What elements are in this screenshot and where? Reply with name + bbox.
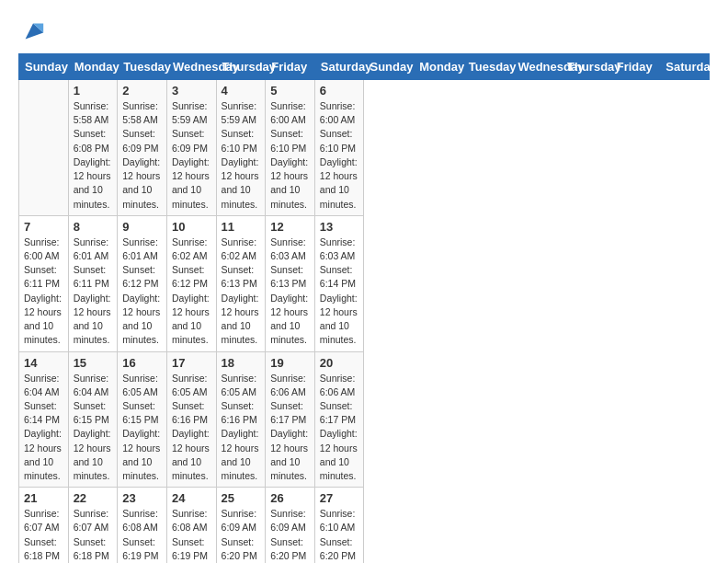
calendar-cell: 1Sunrise: 5:58 AMSunset: 6:08 PMDaylight…: [68, 80, 118, 216]
day-info: Sunrise: 6:08 AMSunset: 6:19 PMDaylight:…: [122, 507, 162, 563]
calendar-cell: 5Sunrise: 6:00 AMSunset: 6:10 PMDaylight…: [266, 80, 315, 216]
day-info: Sunrise: 5:59 AMSunset: 6:10 PMDaylight:…: [222, 99, 261, 212]
day-info: Sunrise: 6:00 AMSunset: 6:11 PMDaylight:…: [24, 236, 63, 348]
day-number: 19: [270, 356, 310, 370]
calendar-day-header: Saturday: [314, 54, 364, 80]
day-number: 26: [270, 491, 310, 505]
calendar-week-row: 1Sunrise: 5:58 AMSunset: 6:08 PMDaylight…: [19, 80, 710, 216]
calendar-week-row: 7Sunrise: 6:00 AMSunset: 6:11 PMDaylight…: [19, 215, 710, 351]
day-info: Sunrise: 6:00 AMSunset: 6:10 PMDaylight:…: [270, 99, 310, 212]
day-info: Sunrise: 6:07 AMSunset: 6:18 PMDaylight:…: [24, 507, 63, 563]
day-number: 14: [24, 356, 63, 370]
day-number: 5: [270, 84, 310, 98]
calendar-cell: 13Sunrise: 6:03 AMSunset: 6:14 PMDayligh…: [314, 215, 364, 351]
day-number: 6: [320, 84, 359, 98]
day-info: Sunrise: 6:01 AMSunset: 6:12 PMDaylight:…: [122, 236, 162, 348]
calendar-day-header: Wednesday: [512, 54, 562, 80]
calendar-cell: 17Sunrise: 6:05 AMSunset: 6:16 PMDayligh…: [166, 351, 216, 488]
day-number: 12: [270, 220, 310, 234]
calendar-day-header: Thursday: [562, 54, 611, 80]
page-header: [18, 18, 710, 44]
day-info: Sunrise: 6:02 AMSunset: 6:12 PMDaylight:…: [172, 236, 211, 348]
day-info: Sunrise: 5:59 AMSunset: 6:09 PMDaylight:…: [172, 99, 211, 212]
calendar-day-header: Saturday: [660, 54, 710, 80]
calendar-cell: 2Sunrise: 5:58 AMSunset: 6:09 PMDaylight…: [118, 80, 167, 216]
day-number: 10: [172, 220, 211, 234]
calendar-day-header: Sunday: [364, 54, 414, 80]
day-number: 23: [122, 491, 162, 505]
day-info: Sunrise: 6:10 AMSunset: 6:20 PMDaylight:…: [320, 507, 359, 563]
day-info: Sunrise: 6:05 AMSunset: 6:16 PMDaylight:…: [172, 372, 211, 484]
calendar-cell: 3Sunrise: 5:59 AMSunset: 6:09 PMDaylight…: [166, 80, 216, 216]
calendar-week-row: 21Sunrise: 6:07 AMSunset: 6:18 PMDayligh…: [19, 488, 710, 563]
day-number: 20: [320, 356, 359, 370]
calendar-cell: 18Sunrise: 6:05 AMSunset: 6:16 PMDayligh…: [216, 351, 266, 488]
day-info: Sunrise: 6:04 AMSunset: 6:14 PMDaylight:…: [24, 372, 63, 484]
day-info: Sunrise: 5:58 AMSunset: 6:08 PMDaylight:…: [74, 99, 113, 212]
day-info: Sunrise: 6:09 AMSunset: 6:20 PMDaylight:…: [222, 507, 261, 563]
calendar-cell: 25Sunrise: 6:09 AMSunset: 6:20 PMDayligh…: [216, 488, 266, 563]
calendar-cell: 20Sunrise: 6:06 AMSunset: 6:17 PMDayligh…: [314, 351, 364, 488]
day-info: Sunrise: 6:03 AMSunset: 6:14 PMDaylight:…: [320, 236, 359, 348]
day-number: 21: [24, 491, 63, 505]
calendar-cell: 26Sunrise: 6:09 AMSunset: 6:20 PMDayligh…: [266, 488, 315, 563]
calendar-cell: 8Sunrise: 6:01 AMSunset: 6:11 PMDaylight…: [68, 215, 118, 351]
calendar-day-header: Tuesday: [462, 54, 512, 80]
logo-icon: [20, 18, 46, 44]
calendar-table: SundayMondayTuesdayWednesdayThursdayFrid…: [18, 53, 710, 563]
calendar-day-header: Tuesday: [118, 54, 167, 80]
day-info: Sunrise: 6:02 AMSunset: 6:13 PMDaylight:…: [222, 236, 261, 348]
calendar-cell: 22Sunrise: 6:07 AMSunset: 6:18 PMDayligh…: [68, 488, 118, 563]
day-info: Sunrise: 6:06 AMSunset: 6:17 PMDaylight:…: [320, 372, 359, 484]
day-number: 8: [74, 220, 113, 234]
calendar-cell: [19, 80, 69, 216]
day-number: 4: [222, 84, 261, 98]
calendar-day-header: Sunday: [19, 54, 69, 80]
calendar-day-header: Monday: [68, 54, 118, 80]
day-info: Sunrise: 6:05 AMSunset: 6:16 PMDaylight:…: [222, 372, 261, 484]
day-info: Sunrise: 6:05 AMSunset: 6:15 PMDaylight:…: [122, 372, 162, 484]
day-number: 24: [172, 491, 211, 505]
day-number: 27: [320, 491, 359, 505]
day-number: 13: [320, 220, 359, 234]
calendar-cell: 23Sunrise: 6:08 AMSunset: 6:19 PMDayligh…: [118, 488, 167, 563]
calendar-cell: 19Sunrise: 6:06 AMSunset: 6:17 PMDayligh…: [266, 351, 315, 488]
calendar-cell: 21Sunrise: 6:07 AMSunset: 6:18 PMDayligh…: [19, 488, 69, 563]
day-info: Sunrise: 6:07 AMSunset: 6:18 PMDaylight:…: [74, 507, 113, 563]
day-number: 11: [222, 220, 261, 234]
calendar-day-header: Friday: [610, 54, 660, 80]
calendar-cell: 27Sunrise: 6:10 AMSunset: 6:20 PMDayligh…: [314, 488, 364, 563]
day-number: 18: [222, 356, 261, 370]
day-number: 9: [122, 220, 162, 234]
day-number: 3: [172, 84, 211, 98]
day-number: 22: [74, 491, 113, 505]
calendar-cell: 15Sunrise: 6:04 AMSunset: 6:15 PMDayligh…: [68, 351, 118, 488]
calendar-cell: 6Sunrise: 6:00 AMSunset: 6:10 PMDaylight…: [314, 80, 364, 216]
day-info: Sunrise: 6:01 AMSunset: 6:11 PMDaylight:…: [74, 236, 113, 348]
calendar-cell: 24Sunrise: 6:08 AMSunset: 6:19 PMDayligh…: [166, 488, 216, 563]
calendar-cell: 12Sunrise: 6:03 AMSunset: 6:13 PMDayligh…: [266, 215, 315, 351]
day-number: 2: [122, 84, 162, 98]
day-info: Sunrise: 6:06 AMSunset: 6:17 PMDaylight:…: [270, 372, 310, 484]
calendar-cell: 16Sunrise: 6:05 AMSunset: 6:15 PMDayligh…: [118, 351, 167, 488]
day-number: 15: [74, 356, 113, 370]
day-info: Sunrise: 6:03 AMSunset: 6:13 PMDaylight:…: [270, 236, 310, 348]
day-info: Sunrise: 5:58 AMSunset: 6:09 PMDaylight:…: [122, 99, 162, 212]
calendar-header-row: SundayMondayTuesdayWednesdayThursdayFrid…: [19, 54, 710, 80]
day-number: 25: [222, 491, 261, 505]
calendar-cell: 4Sunrise: 5:59 AMSunset: 6:10 PMDaylight…: [216, 80, 266, 216]
day-number: 16: [122, 356, 162, 370]
calendar-cell: 7Sunrise: 6:00 AMSunset: 6:11 PMDaylight…: [19, 215, 69, 351]
calendar-cell: 14Sunrise: 6:04 AMSunset: 6:14 PMDayligh…: [19, 351, 69, 488]
day-info: Sunrise: 6:04 AMSunset: 6:15 PMDaylight:…: [74, 372, 113, 484]
day-info: Sunrise: 6:08 AMSunset: 6:19 PMDaylight:…: [172, 507, 211, 563]
day-info: Sunrise: 6:00 AMSunset: 6:10 PMDaylight:…: [320, 99, 359, 212]
calendar-cell: 10Sunrise: 6:02 AMSunset: 6:12 PMDayligh…: [166, 215, 216, 351]
day-number: 17: [172, 356, 211, 370]
logo: [18, 18, 46, 44]
day-info: Sunrise: 6:09 AMSunset: 6:20 PMDaylight:…: [270, 507, 310, 563]
day-number: 1: [74, 84, 113, 98]
calendar-day-header: Thursday: [216, 54, 266, 80]
calendar-day-header: Monday: [414, 54, 463, 80]
calendar-cell: 11Sunrise: 6:02 AMSunset: 6:13 PMDayligh…: [216, 215, 266, 351]
